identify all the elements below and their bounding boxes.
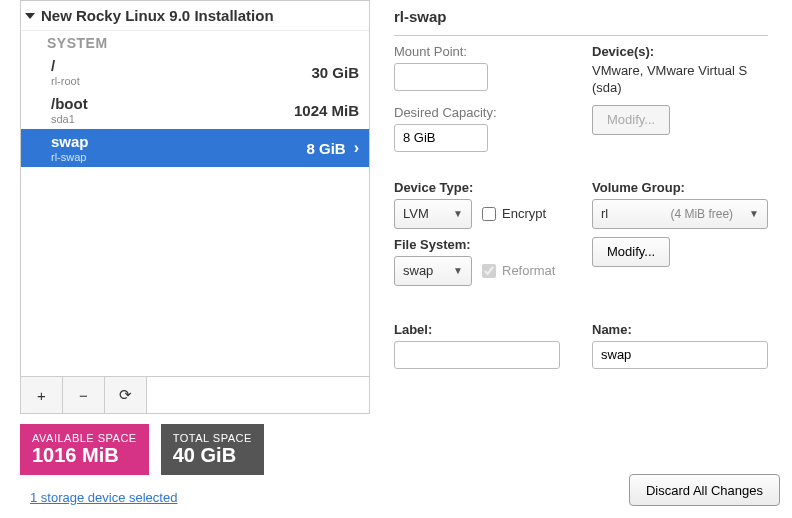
name-label: Name:: [592, 322, 768, 337]
total-space-stat: TOTAL SPACE 40 GiB: [161, 424, 264, 475]
devices-label: Device(s):: [592, 44, 768, 59]
encrypt-checkbox-wrap[interactable]: Encrypt: [482, 206, 546, 221]
partition-row[interactable]: /rl-root30 GiB: [21, 53, 369, 91]
partition-title: rl-swap: [394, 0, 768, 36]
storage-devices-link[interactable]: 1 storage device selected: [30, 490, 177, 505]
partition-device: sda1: [51, 113, 88, 125]
caret-down-icon: ▼: [453, 265, 463, 276]
volume-group-select[interactable]: rl (4 MiB free) ▼: [592, 199, 768, 229]
volume-group-label: Volume Group:: [592, 180, 768, 195]
installation-title: New Rocky Linux 9.0 Installation: [41, 7, 274, 24]
device-type-select[interactable]: LVM ▼: [394, 199, 472, 229]
partition-action-row: + − ⟳: [21, 376, 369, 413]
available-space-stat: AVAILABLE SPACE 1016 MiB: [20, 424, 149, 475]
encrypt-checkbox[interactable]: [482, 207, 496, 221]
reload-icon: ⟳: [119, 386, 132, 404]
reformat-checkbox-wrap: Reformat: [482, 263, 555, 278]
caret-down-icon: ▼: [453, 208, 463, 219]
partition-size: 8 GiB: [306, 140, 345, 157]
mount-point-label: Mount Point:: [394, 44, 592, 59]
devices-value: VMware, VMware Virtual S (sda): [592, 63, 768, 97]
reformat-checkbox: [482, 264, 496, 278]
partition-mount: /: [51, 57, 80, 74]
installation-header[interactable]: New Rocky Linux 9.0 Installation: [21, 1, 369, 31]
discard-changes-button[interactable]: Discard All Changes: [629, 474, 780, 506]
chevron-right-icon: ›: [354, 139, 359, 157]
desired-capacity-label: Desired Capacity:: [394, 105, 592, 120]
mount-point-input[interactable]: [394, 63, 488, 91]
partition-row[interactable]: /bootsda11024 MiB: [21, 91, 369, 129]
partition-device: rl-swap: [51, 151, 89, 163]
triangle-down-icon: [25, 13, 35, 19]
modify-vg-button[interactable]: Modify...: [592, 237, 670, 267]
label-label: Label:: [394, 322, 592, 337]
add-partition-button[interactable]: +: [21, 377, 63, 413]
reload-button[interactable]: ⟳: [105, 377, 147, 413]
partition-size: 1024 MiB: [294, 102, 359, 119]
plus-icon: +: [37, 387, 46, 404]
caret-down-icon: ▼: [749, 208, 759, 219]
partition-device: rl-root: [51, 75, 80, 87]
desired-capacity-input[interactable]: [394, 124, 488, 152]
device-type-label: Device Type:: [394, 180, 592, 195]
minus-icon: −: [79, 387, 88, 404]
label-input[interactable]: [394, 341, 560, 369]
partition-details-panel: rl-swap Mount Point: Device(s): VMware, …: [370, 0, 792, 414]
system-section-label: SYSTEM: [21, 31, 369, 53]
name-input[interactable]: [592, 341, 768, 369]
partition-row[interactable]: swaprl-swap8 GiB›: [21, 129, 369, 167]
space-stats: AVAILABLE SPACE 1016 MiB TOTAL SPACE 40 …: [20, 424, 264, 475]
partition-size: 30 GiB: [311, 64, 359, 81]
partition-sidebar: New Rocky Linux 9.0 Installation SYSTEM …: [20, 0, 370, 414]
partition-mount: /boot: [51, 95, 88, 112]
file-system-label: File System:: [394, 237, 592, 252]
modify-devices-button: Modify...: [592, 105, 670, 135]
partition-list: /rl-root30 GiB/bootsda11024 MiBswaprl-sw…: [21, 53, 369, 376]
remove-partition-button[interactable]: −: [63, 377, 105, 413]
file-system-select[interactable]: swap ▼: [394, 256, 472, 286]
partition-mount: swap: [51, 133, 89, 150]
